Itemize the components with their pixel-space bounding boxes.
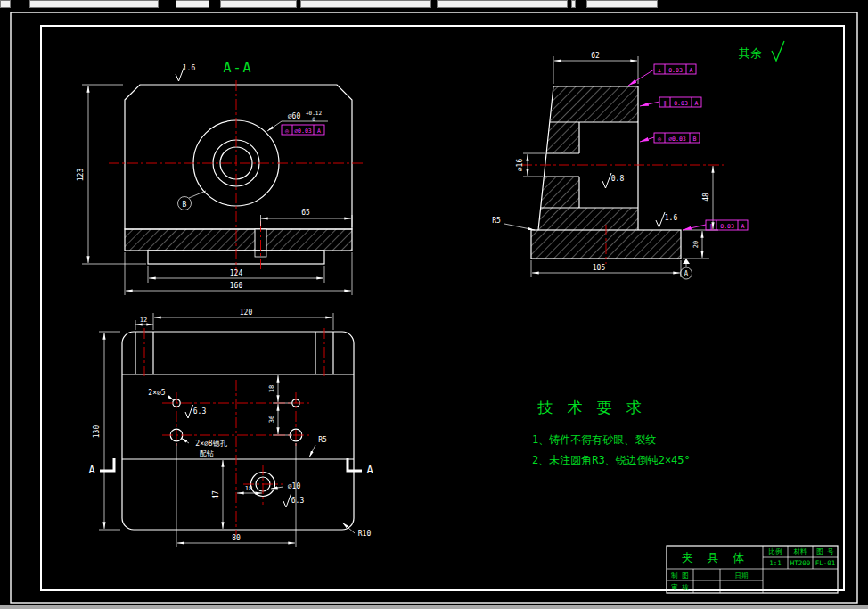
geo4-symbol: ∥ [709,223,712,230]
hole-60-tol-lower: 0 [312,116,315,122]
holes-5-label: 2×⌀5 [148,389,165,397]
section-mark-right: A [348,458,373,476]
top-view: 120 12 130 2×⌀5 6.3 2×⌀8锪孔 配钻 18 [88,309,373,547]
geo-frame-4: ∥ 0.03 A [683,220,748,230]
fillet-r5-label: R5 [492,217,501,225]
dim-124: 124 [230,269,243,277]
dim-12: 12 [140,317,147,324]
geo2-symbol: ∥ [663,100,666,107]
dim-20: 20 [692,241,700,248]
number-value: FL-01 [815,559,836,567]
dim-62: 62 [591,52,600,60]
dim-18-offset: 18 [245,485,252,492]
hole-60-label: ⌀60 [288,112,301,120]
geo3-datum: B [693,136,697,143]
rough-center-label: 6.3 [291,497,305,505]
dim-80: 80 [232,534,241,542]
hole-60-tol-upper: +0.12 [306,110,322,116]
geo-frame-2: ∥ 0.03 A [640,97,701,107]
section-mark-left: A [88,458,114,476]
geo-frame-3: ◎ ⌀0.03 B [640,133,700,143]
holes-8-note: 配钻 [200,449,214,457]
dim-16: ⌀16 [516,159,524,172]
drawing-canvas: A-A 1.6 123 65 [0,0,868,609]
step-r5-label: R5 [318,436,327,444]
material-value: HT200 [790,559,811,567]
rough-small-label: 6.3 [193,407,207,416]
dim-160: 160 [230,282,243,290]
holes-8-label: 2×⌀8锪孔 [195,440,227,448]
scale-value: 1:1 [769,559,782,567]
window-bottom-edge [0,605,868,609]
geo3-symbol: ◎ [658,136,661,143]
dim-48: 48 [702,193,710,202]
part-name: 夹 具 体 [682,551,749,564]
cad-window: A-A 1.6 123 65 [0,0,868,609]
drafter-label: 制 图 [670,572,689,580]
dim-105: 105 [593,264,606,272]
dim-130: 130 [93,425,101,439]
front-geo-tolerance-frame: ◎ ⌀0.03 A [282,125,324,135]
dim-123: 123 [77,169,85,182]
date-label: 日期 [735,572,749,580]
geo2-value: 0.03 [674,100,688,107]
rough-1-6: 1.6 [665,214,678,222]
dim-18-row: 18 [268,385,275,392]
corner-r10-label: R10 [358,530,372,538]
dim-36-row: 36 [268,416,275,423]
side-view: 62 ⌀16 48 20 105 R5 0.8 [492,41,784,279]
tech-title: 技 术 要 求 [536,399,644,416]
hole-10-label: ⌀10 [288,482,301,490]
dim-120: 120 [240,309,253,317]
datum-b-label: B [183,201,187,209]
datum-a-flag: A [681,259,692,279]
tech-requirements: 技 术 要 求 1、铸件不得有砂眼、裂纹 2、未注圆角R3、锐边倒钝2×45° [532,399,691,466]
rough-0-8: 0.8 [611,175,625,183]
surplus-label: 其余 [739,46,762,60]
geo-datum: A [317,128,321,135]
geo1-datum: A [690,67,693,74]
geo3-value: ⌀0.03 [668,136,686,143]
geo4-datum: A [741,223,745,230]
front-view: A-A 1.6 123 65 [77,60,365,295]
geo-value: ⌀0.03 [294,128,312,135]
geo-symbol: ◎ [285,128,289,135]
section-a-right: A [366,464,373,476]
geo1-value: 0.03 [668,67,683,74]
checker-label: 审 核 [671,583,689,591]
tech-item-2: 2、未注圆角R3、锐边倒钝2×45° [532,454,691,466]
scale-label: 比例 [769,547,782,556]
geo-frame-1: ⊥ 0.03 A [628,64,696,86]
front-roughness-label: 1.6 [183,64,196,72]
drawing-border [11,12,857,603]
datum-a-label: A [684,270,689,278]
dim-65: 65 [301,209,310,217]
section-label: A-A [223,60,252,76]
material-label: 材料 [794,547,808,556]
geo4-value: 0.03 [720,223,734,230]
section-a-left: A [88,464,95,476]
number-label: 图 号 [816,547,834,556]
dim-47: 47 [212,490,220,499]
tech-item-1: 1、铸件不得有砂眼、裂纹 [532,433,656,446]
geo1-symbol: ⊥ [658,67,661,74]
surplus-roughness-icon [772,41,784,61]
title-block: 夹 具 体 比例 材料 图 号 1:1 HT200 FL-01 制 图 审 核 … [667,546,838,593]
geo2-datum: A [695,100,699,107]
